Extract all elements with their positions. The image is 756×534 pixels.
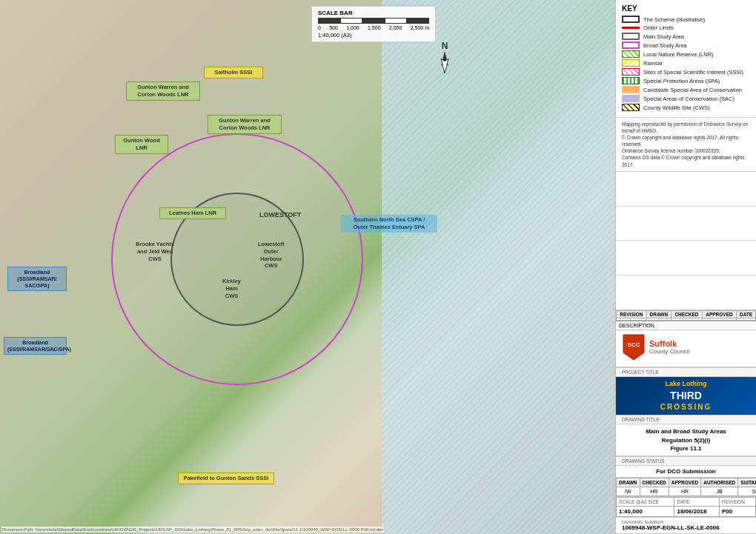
personnel-row: IW HR HR JB S4 — [617, 487, 757, 496]
key-swatch-spa — [622, 77, 640, 84]
file-path: Document Path: \\wormhole\SharedData\Env… — [1, 527, 384, 533]
key-label-sssi: Sites of Special Scientific Interest (SS… — [643, 69, 743, 76]
main-container: SCALE BAR 0 500 1,000 1,500 2,000 2,500 … — [0, 0, 756, 534]
key-swatch-sac — [622, 95, 640, 102]
scale-0: 0 — [318, 25, 321, 30]
key-swatch-order-limits — [622, 27, 640, 29]
label-pakefield: Pakefield to Gunton Sands SSSI — [178, 473, 274, 484]
empty-rows — [616, 172, 756, 311]
north-letter: N — [434, 41, 456, 51]
key-item-cws: County Wildlife Site (CWS) — [622, 104, 750, 111]
key-label-main-study: Main Study Area — [643, 33, 684, 40]
north-arrow-icon — [437, 51, 452, 73]
key-label-cws: County Wildlife Site (CWS) — [643, 104, 710, 111]
scale-2500: 2,500 m — [411, 25, 429, 30]
key-item-main-study: Main Study Area — [622, 33, 750, 40]
label-lowestoft-outer: LowestoftOuterHarbourCWS — [258, 241, 284, 270]
label-leathes-ham: Leathes Ham LNR — [159, 207, 226, 219]
key-item-sac: Special Areas of Conservation (SAC) — [622, 95, 750, 102]
key-section: KEY The Scheme (Illustrative) Order Limi… — [616, 0, 756, 118]
key-label-order-limits: Order Limits — [643, 24, 674, 31]
scale-denominator: 1:40,000 (A3) — [318, 32, 429, 39]
col-approved: APPROVED — [669, 478, 700, 487]
val-drawn: IW — [617, 487, 640, 496]
date-value: 18/06/2018 — [674, 507, 720, 517]
scale-2000: 2,000 — [389, 25, 402, 30]
label-lowestoft: LOWESTOFT — [259, 211, 301, 220]
scale-500: 500 — [329, 25, 338, 30]
key-swatch-scheme — [622, 16, 640, 23]
drawing-status-value: For DCO Submission — [616, 466, 756, 478]
key-label-spa: Special Protection Areas (SPA) — [643, 78, 720, 84]
scale-seg-2 — [340, 18, 362, 24]
label-brooke-yachts: Brooke Yachtsand Jeld WenCWS — [136, 241, 174, 262]
drawing-number-section: DRAWING NUMBER 1069948-WSP-EGN-LL-SK-LE-… — [616, 518, 756, 534]
key-swatch-cws — [622, 104, 640, 111]
key-label-lnr: Local Nature Reserve (LNR) — [643, 51, 714, 58]
val-checked: HR — [640, 487, 669, 496]
description-label: DESCRIPTION — [616, 321, 756, 330]
rev-col-drawn: DRAWN — [646, 311, 672, 318]
val-authorised: JB — [701, 487, 738, 496]
drawing-title-text: Main and Broad Study Areas Regulation 5(… — [622, 427, 750, 453]
val-approved: HR — [669, 487, 700, 496]
label-southern-north-sea: Southern North Sea CSPA /Outer Thames Es… — [341, 215, 437, 233]
col-suitability: SUITABILITY — [738, 478, 756, 487]
key-item-scheme: The Scheme (Illustrative) — [622, 16, 750, 23]
drawing-number-value: 1069948-WSP-EGN-LL-SK-LE-0006 — [622, 524, 750, 531]
label-gunton2: Gunton Warren andCorton Woods LNR — [208, 115, 282, 134]
key-item-ramsar: Ramsar — [622, 59, 750, 67]
drawing-title-label: DRAWING TITLE — [616, 415, 756, 424]
scale-date-info: SCALE @A3 SIZE DATE REVISION 1:40,000 18… — [616, 497, 756, 518]
rev-col-checked: CHECKED — [672, 311, 703, 318]
label-kirkley-ham: KirkleyHamCWS — [222, 278, 241, 299]
key-label-scheme: The Scheme (Illustrative) — [643, 16, 705, 23]
scale-seg-5 — [407, 18, 429, 24]
key-item-spa: Special Protection Areas (SPA) — [622, 77, 750, 84]
status-table: DRAWN CHECKED APPROVED AUTHORISED SUITAB… — [616, 478, 756, 497]
label-broadland2: Broadland(SSSI/RAMSAR/SAC/SPA) — [4, 337, 67, 355]
key-label-ramsar: Ramsar — [643, 60, 663, 67]
county-council-text: County Council — [649, 348, 689, 355]
key-swatch-csac — [622, 86, 640, 93]
mapping-info: Mapping reproduced by permission of Ordn… — [616, 118, 756, 172]
label-gunton-wood: Gunton WoodLNR — [115, 135, 168, 154]
mapping-info-text: Mapping reproduced by permission of Ordn… — [622, 121, 750, 168]
lake-lothing-text: Lake Lothing — [666, 380, 707, 387]
scale-seg-4 — [385, 18, 407, 24]
key-item-csac: Candidate Special Area of Conservation — [622, 86, 750, 93]
key-label-sac: Special Areas of Conservation (SAC) — [643, 96, 735, 102]
key-item-sssi: Sites of Special Scientific Interest (SS… — [622, 68, 750, 76]
key-swatch-main-study — [622, 33, 640, 40]
third-text: THIRD — [619, 389, 753, 402]
sea-area — [382, 0, 615, 534]
scale-bar: SCALE BAR 0 500 1,000 1,500 2,000 2,500 … — [311, 6, 436, 42]
suffolk-shield-icon: SCC — [622, 333, 646, 361]
north-arrow: N — [434, 41, 456, 75]
scale-label: SCALE @A3 SIZE — [617, 498, 674, 507]
drawing-info: Main and Broad Study Areas Regulation 5(… — [616, 424, 756, 456]
key-item-broad-study: Broad Study Area — [622, 41, 750, 49]
scale-seg-3 — [362, 18, 385, 24]
col-drawn: DRAWN — [617, 478, 640, 487]
scale-bar-title: SCALE BAR — [318, 10, 429, 16]
label-gunton1: Gunton Warren andCorton Woods LNR — [126, 81, 200, 101]
key-label-csac: Candidate Special Area of Conservation — [643, 87, 742, 93]
scale-1000: 1,000 — [346, 25, 359, 30]
crossing-text: CROSSING — [660, 403, 712, 411]
rev-col-date: DATE — [737, 311, 756, 318]
right-panel: KEY The Scheme (Illustrative) Order Limi… — [615, 0, 756, 534]
crossing-logo: Lake Lothing THIRD CROSSING — [616, 377, 756, 415]
col-authorised: AUTHORISED — [701, 478, 738, 487]
scale-1500: 1,500 — [368, 25, 381, 30]
rev-col-revision: REVISION — [617, 311, 647, 318]
scale-value: 1:40,000 — [617, 507, 674, 517]
rev-col-approved: APPROVED — [702, 311, 736, 318]
key-title: KEY — [622, 4, 750, 13]
revision-value: P00 — [719, 507, 755, 517]
key-swatch-lnr — [622, 50, 640, 58]
suffolk-org-name: Suffolk — [649, 340, 689, 348]
revision-label: REVISION — [719, 498, 755, 507]
map-area: SCALE BAR 0 500 1,000 1,500 2,000 2,500 … — [0, 0, 615, 534]
key-swatch-broad-study — [622, 41, 640, 49]
